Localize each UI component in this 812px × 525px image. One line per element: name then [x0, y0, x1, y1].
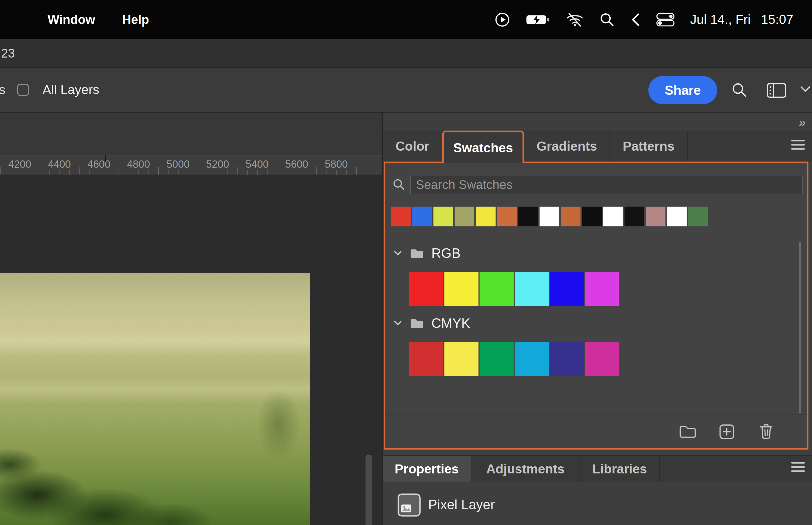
tab-color[interactable]: Color	[383, 131, 442, 162]
panel-menu-icon[interactable]	[791, 140, 805, 150]
color-swatch[interactable]	[625, 207, 644, 226]
lower-panel-menu-icon[interactable]	[791, 462, 805, 472]
tab-adjustments[interactable]: Adjustments	[471, 456, 580, 482]
swatch-search-icon	[393, 178, 405, 191]
color-swatch[interactable]	[444, 342, 478, 376]
swatches-scrollbar[interactable]	[799, 242, 801, 413]
color-swatch[interactable]	[561, 207, 581, 226]
spotlight-search-icon[interactable]	[599, 12, 614, 27]
color-swatch[interactable]	[391, 207, 411, 226]
color-swatch[interactable]	[515, 272, 549, 306]
rgb-swatches-row	[409, 272, 619, 306]
color-swatch[interactable]	[479, 342, 514, 376]
battery-charging-icon[interactable]	[525, 13, 550, 26]
tab-libraries[interactable]: Libraries	[580, 456, 660, 482]
menu-time: 15:07	[761, 12, 793, 27]
color-swatch[interactable]	[409, 342, 443, 376]
color-swatch[interactable]	[476, 207, 496, 226]
toolbar-search-icon[interactable]	[731, 82, 748, 98]
swatch-group-label: CMYK	[431, 315, 470, 331]
landscape-photo[interactable]	[0, 273, 310, 525]
tab-swatches[interactable]: Swatches	[442, 131, 524, 163]
screen-record-icon[interactable]	[494, 12, 510, 27]
menu-item-help[interactable]: Help	[122, 12, 149, 27]
color-swatch[interactable]	[455, 207, 474, 226]
layer-type-label: Pixel Layer	[428, 482, 495, 525]
canvas-area: 4200 4400 4600 4800 5000 5200 5400 5600 …	[0, 113, 382, 525]
chevron-down-icon	[393, 250, 402, 256]
menu-item-window[interactable]: Window	[48, 12, 95, 27]
swatch-search-input[interactable]	[410, 176, 802, 194]
tab-patterns[interactable]: Patterns	[610, 131, 688, 162]
folder-icon	[410, 247, 424, 259]
color-swatch[interactable]	[646, 207, 665, 226]
tab-gradients[interactable]: Gradients	[524, 131, 610, 162]
color-swatch[interactable]	[444, 272, 478, 306]
menu-clock[interactable]: Jul 14., Fri 15:07	[690, 12, 793, 27]
color-swatch[interactable]	[585, 272, 619, 306]
lower-panel-tabs: Properties Adjustments Libraries	[383, 455, 812, 482]
menu-date: Jul 14., Fri	[690, 12, 751, 27]
swatch-panel-tabs: Color Swatches Gradients Patterns	[383, 131, 812, 162]
document-title-partial: 23	[1, 39, 15, 67]
color-swatch[interactable]	[603, 207, 623, 226]
recent-swatches-row	[391, 207, 708, 226]
add-swatch-icon[interactable]	[718, 423, 735, 440]
menu-items: Window Help	[48, 0, 149, 39]
share-button[interactable]: Share	[648, 76, 717, 104]
context-toolbar: s All Layers Share	[0, 68, 812, 113]
swatch-group-label: RGB	[431, 245, 461, 261]
color-swatch[interactable]	[550, 272, 584, 306]
properties-panel: Pixel Layer	[383, 482, 812, 525]
color-swatch[interactable]	[550, 342, 584, 376]
delete-swatch-trash-icon[interactable]	[757, 423, 775, 440]
panel-collapse-icon[interactable]: »	[799, 115, 805, 130]
color-swatch[interactable]	[479, 272, 514, 306]
color-swatch[interactable]	[515, 342, 549, 376]
new-category-folder-icon[interactable]	[679, 423, 697, 440]
color-swatch[interactable]	[412, 207, 432, 226]
studio-panel-icon[interactable]	[766, 82, 787, 98]
all-layers-checkbox[interactable]	[17, 84, 29, 96]
color-swatch[interactable]	[433, 207, 453, 226]
cmyk-swatches-row	[409, 342, 619, 376]
color-swatch[interactable]	[497, 207, 517, 226]
horizontal-ruler: 4200 4400 4600 4800 5000 5200 5400 5600 …	[0, 155, 382, 175]
chevron-down-icon	[393, 320, 402, 326]
all-layers-label: All Layers	[42, 68, 99, 112]
color-swatch[interactable]	[688, 207, 708, 226]
swatches-panel: RGB CMYK	[384, 162, 809, 450]
color-swatch[interactable]	[667, 207, 687, 226]
color-swatch[interactable]	[582, 207, 602, 226]
color-swatch[interactable]	[518, 207, 538, 226]
chevron-left-icon[interactable]	[630, 12, 641, 27]
studio-panel: » Color Swatches Gradients Patterns	[382, 113, 812, 525]
folder-icon	[410, 318, 424, 329]
tab-properties[interactable]: Properties	[383, 456, 471, 482]
window-title-bar: 23	[0, 39, 812, 68]
document-canvas[interactable]	[0, 175, 382, 525]
pixel-layer-thumbnail-icon[interactable]	[397, 493, 421, 517]
color-swatch[interactable]	[539, 207, 559, 226]
swatch-group-rgb[interactable]: RGB	[393, 245, 461, 262]
canvas-vertical-scrollbar[interactable]	[366, 455, 372, 525]
ruler-cursor-marker	[105, 155, 106, 162]
chevron-down-icon[interactable]	[799, 86, 811, 93]
menu-status-icons: Jul 14., Fri 15:07	[494, 0, 794, 39]
wifi-off-icon[interactable]	[566, 12, 583, 27]
color-swatch[interactable]	[585, 342, 619, 376]
control-center-icon[interactable]	[656, 12, 675, 27]
swatch-actions-bar	[385, 415, 807, 448]
menu-bar: Window Help Jul 14., Fri	[0, 0, 812, 39]
ruler-major-ticks	[0, 167, 382, 175]
color-swatch[interactable]	[409, 272, 443, 306]
toolbar-partial-text: s	[0, 68, 5, 112]
swatch-group-cmyk[interactable]: CMYK	[393, 315, 470, 331]
